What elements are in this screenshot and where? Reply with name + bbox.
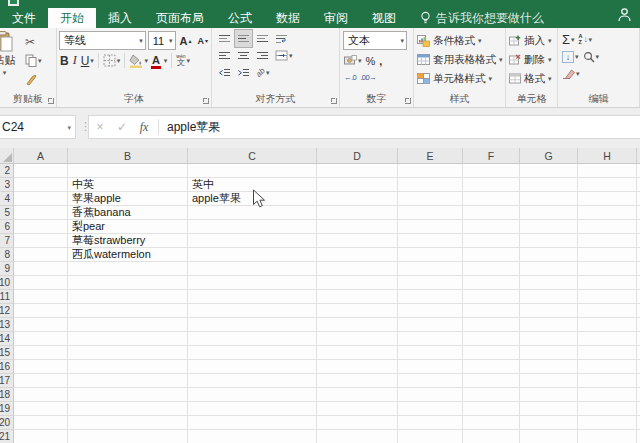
cell-C10[interactable] xyxy=(188,276,317,290)
enter-button[interactable]: ✓ xyxy=(111,120,133,134)
cell-E6[interactable] xyxy=(398,220,463,234)
cell-A19[interactable] xyxy=(14,402,68,416)
cell-G5[interactable] xyxy=(520,206,578,220)
cell-A14[interactable] xyxy=(14,332,68,346)
percent-style-button[interactable]: % xyxy=(364,52,378,69)
row-header-21[interactable]: 21 xyxy=(0,430,14,443)
cell-H12[interactable] xyxy=(578,304,637,318)
cell-D4[interactable] xyxy=(317,192,398,206)
select-all-corner[interactable] xyxy=(0,148,14,163)
cell-E7[interactable] xyxy=(398,234,463,248)
cell-C4[interactable]: apple苹果 xyxy=(188,192,317,206)
underline-button[interactable]: U ▾ xyxy=(79,52,96,69)
cell-B9[interactable] xyxy=(68,262,188,276)
cell-F8[interactable] xyxy=(463,248,520,262)
format-cells-button[interactable]: 格式 ▾ xyxy=(506,69,557,88)
cell-D16[interactable] xyxy=(317,360,398,374)
cell-H15[interactable] xyxy=(578,346,637,360)
row-header-14[interactable]: 14 xyxy=(0,332,14,346)
cell-G3[interactable] xyxy=(520,178,578,192)
row-header-2[interactable]: 2 xyxy=(0,164,14,178)
cell-F5[interactable] xyxy=(463,206,520,220)
cell-A4[interactable] xyxy=(14,192,68,206)
cell-E19[interactable] xyxy=(398,402,463,416)
cell-A5[interactable] xyxy=(14,206,68,220)
cell-H9[interactable] xyxy=(578,262,637,276)
cell-D18[interactable] xyxy=(317,388,398,402)
cell-F19[interactable] xyxy=(463,402,520,416)
name-box-dropdown-icon[interactable]: ▾ xyxy=(67,124,71,131)
row-header-13[interactable]: 13 xyxy=(0,318,14,332)
cell-B16[interactable] xyxy=(68,360,188,374)
cell-E12[interactable] xyxy=(398,304,463,318)
cell-B14[interactable] xyxy=(68,332,188,346)
cell-E2[interactable] xyxy=(398,164,463,178)
column-header-B[interactable]: B xyxy=(68,148,188,163)
number-format-combo[interactable]: 文本 ▾ xyxy=(343,31,407,50)
copy-button[interactable]: ▾ xyxy=(23,51,44,70)
row-header-3[interactable]: 3 xyxy=(0,178,14,192)
cell-F4[interactable] xyxy=(463,192,520,206)
cell-G6[interactable] xyxy=(520,220,578,234)
column-header-F[interactable]: F xyxy=(463,148,520,163)
cell-F15[interactable] xyxy=(463,346,520,360)
cell-C16[interactable] xyxy=(188,360,317,374)
cell-B20[interactable] xyxy=(68,416,188,430)
cell-C20[interactable] xyxy=(188,416,317,430)
cell-E21[interactable] xyxy=(398,430,463,443)
cell-B18[interactable] xyxy=(68,388,188,402)
cell-B2[interactable] xyxy=(68,164,188,178)
cell-D13[interactable] xyxy=(317,318,398,332)
cell-A12[interactable] xyxy=(14,304,68,318)
row-header-20[interactable]: 20 xyxy=(0,416,14,430)
cell-A18[interactable] xyxy=(14,388,68,402)
decrease-decimal-button[interactable]: .00→ xyxy=(358,69,378,86)
cell-B19[interactable] xyxy=(68,402,188,416)
phonetic-guide-button[interactable]: wén 文 ▾ xyxy=(174,52,192,69)
cell-A7[interactable] xyxy=(14,234,68,248)
cell-D6[interactable] xyxy=(317,220,398,234)
cell-G18[interactable] xyxy=(520,388,578,402)
cell-G8[interactable] xyxy=(520,248,578,262)
cell-F7[interactable] xyxy=(463,234,520,248)
bottom-align-button[interactable] xyxy=(254,30,271,47)
find-select-button[interactable]: ▾ xyxy=(583,51,600,63)
cell-H14[interactable] xyxy=(578,332,637,346)
accounting-dropdown-icon[interactable]: ▾ xyxy=(358,57,362,64)
cell-D2[interactable] xyxy=(317,164,398,178)
cell-C11[interactable] xyxy=(188,290,317,304)
cell-B3[interactable]: 中英 xyxy=(68,178,188,192)
cell-C6[interactable] xyxy=(188,220,317,234)
cell-D9[interactable] xyxy=(317,262,398,276)
cell-B8[interactable]: 西瓜watermelon xyxy=(68,248,188,262)
insert-cells-button[interactable]: 插入 ▾ xyxy=(506,31,557,50)
cell-B13[interactable] xyxy=(68,318,188,332)
row-header-17[interactable]: 17 xyxy=(0,374,14,388)
cell-E4[interactable] xyxy=(398,192,463,206)
autosum-dropdown-icon[interactable]: ▾ xyxy=(571,36,575,43)
top-align-button[interactable] xyxy=(216,30,233,47)
cell-H4[interactable] xyxy=(578,192,637,206)
insert-function-button[interactable]: fx xyxy=(133,120,155,135)
cell-F12[interactable] xyxy=(463,304,520,318)
cell-C15[interactable] xyxy=(188,346,317,360)
cell-E16[interactable] xyxy=(398,360,463,374)
tab-7[interactable]: 视图 xyxy=(360,8,408,28)
accounting-format-button[interactable]: ▾ xyxy=(342,52,364,69)
cell-G4[interactable] xyxy=(520,192,578,206)
cell-C18[interactable] xyxy=(188,388,317,402)
cut-button[interactable]: ✂ xyxy=(23,32,44,51)
cell-E13[interactable] xyxy=(398,318,463,332)
paste-button[interactable]: 粘贴 ▾ xyxy=(0,31,23,89)
cell-F20[interactable] xyxy=(463,416,520,430)
cell-H6[interactable] xyxy=(578,220,637,234)
cell-D14[interactable] xyxy=(317,332,398,346)
formula-input[interactable]: apple苹果 xyxy=(167,119,220,136)
decrease-indent-button[interactable] xyxy=(216,64,233,81)
row-header-8[interactable]: 8 xyxy=(0,248,14,262)
cell-A21[interactable] xyxy=(14,430,68,443)
cell-C3[interactable]: 英中 xyxy=(188,178,317,192)
cell-G19[interactable] xyxy=(520,402,578,416)
autosum-button[interactable]: Σ ▾ xyxy=(562,33,575,46)
borders-button[interactable]: ▾ xyxy=(101,52,123,69)
